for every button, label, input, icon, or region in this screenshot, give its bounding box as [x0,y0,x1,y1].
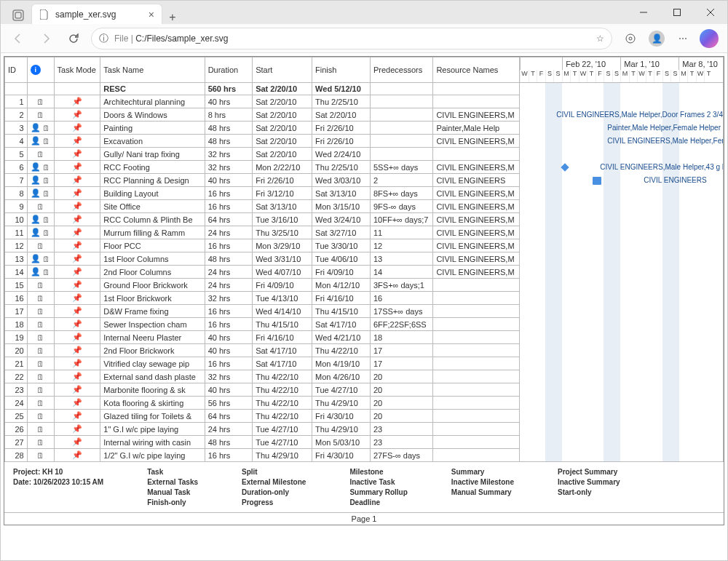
row-finish[interactable]: Thu 2/25/10 [312,161,371,174]
row-pred[interactable]: 12 [370,239,432,252]
row-info[interactable]: 🗓 [27,305,54,318]
row-dur[interactable]: 16 hrs [205,305,253,318]
row-finish[interactable]: Thu 4/29/10 [312,397,371,410]
row-start[interactable]: Fri 2/26/10 [253,174,312,187]
row-info[interactable]: 👤🗓 [27,266,54,279]
row-mode[interactable]: 📌 [54,135,100,148]
row-finish[interactable]: Sat 3/13/10 [312,187,371,200]
row-finish[interactable]: Thu 4/29/10 [312,423,371,436]
row-finish[interactable]: Fri 4/09/10 [312,266,371,279]
refresh-button[interactable] [63,28,84,49]
row-res[interactable]: CIVIL ENGINEERS [433,174,520,187]
row-res[interactable] [433,436,520,449]
extensions-icon[interactable] [620,28,641,49]
row-mode[interactable]: 📌 [54,305,100,318]
row-pred[interactable]: 9FS-∞ days [370,200,432,213]
row-dur[interactable]: 48 hrs [205,436,253,449]
row-mode[interactable]: 📌 [54,370,100,383]
row-res[interactable]: CIVIL ENGINEERS,M [433,200,520,213]
row-dur[interactable]: 40 hrs [205,344,253,357]
header-id[interactable]: ID [5,57,28,83]
row-mode[interactable]: 📌 [54,252,100,266]
row-id[interactable]: 6 [5,161,28,174]
row-start[interactable]: Sat 2/20/10 [253,122,312,135]
row-info[interactable]: 🗓 [27,397,54,410]
row-id[interactable]: 12 [5,239,28,252]
row-res[interactable] [433,148,520,161]
row-start[interactable]: Tue 4/27/10 [253,436,312,449]
row-name[interactable]: 2nd Floor Columns [100,266,205,279]
row-finish[interactable]: Sat 2/20/10 [312,108,371,122]
row-dur[interactable]: 40 hrs [205,331,253,344]
row-name[interactable]: Floor PCC [100,239,205,252]
row-info[interactable]: 🗓 [27,318,54,331]
row-res[interactable]: CIVIL ENGINEERS,M [433,252,520,266]
row-pred[interactable]: 6FF;22SF;6SS [370,318,432,331]
row-start[interactable]: Thu 4/29/10 [253,449,312,462]
row-mode[interactable]: 📌 [54,108,100,122]
row-dur[interactable]: 16 hrs [205,200,253,213]
row-id[interactable]: 25 [5,410,28,423]
row-pred[interactable]: 23 [370,423,432,436]
row-pred[interactable] [370,135,432,148]
row-id[interactable]: 1 [5,95,28,108]
row-res[interactable] [433,370,520,383]
more-icon[interactable]: ⋯ [672,28,694,49]
row-id[interactable]: 8 [5,187,28,200]
row-info[interactable]: 🗓 [27,423,54,436]
row-pred[interactable]: 20 [370,370,432,383]
row-res[interactable] [433,292,520,305]
row-finish[interactable]: Mon 3/15/10 [312,200,371,213]
row-mode[interactable]: 📌 [54,423,100,436]
row-dur[interactable]: 24 hrs [205,423,253,436]
summary-finish[interactable]: Wed 5/12/10 [312,83,371,95]
row-start[interactable]: Mon 2/22/10 [253,161,312,174]
row-mode[interactable]: 📌 [54,266,100,279]
row-id[interactable]: 22 [5,370,28,383]
gantt-area[interactable]: CIVIL ENGINEERS,Male Helper,Door Frames … [520,83,724,462]
row-start[interactable]: Tue 4/13/10 [253,292,312,305]
row-dur[interactable]: 48 hrs [205,135,253,148]
row-start[interactable]: Thu 4/22/10 [253,370,312,383]
row-dur[interactable]: 16 hrs [205,357,253,370]
row-finish[interactable]: Fri 4/16/10 [312,292,371,305]
row-start[interactable]: Sat 3/13/10 [253,200,312,213]
row-dur[interactable]: 64 hrs [205,213,253,226]
row-mode[interactable]: 📌 [54,344,100,357]
row-res[interactable] [433,449,520,462]
row-name[interactable]: Building Layout [100,187,205,200]
row-finish[interactable]: Thu 4/15/10 [312,305,371,318]
row-info[interactable]: 🗓 [27,200,54,213]
row-name[interactable]: Gully/ Nani trap fixing [100,148,205,161]
row-name[interactable]: Vitrified clay sewage pip [100,357,205,370]
row-finish[interactable]: Wed 3/03/10 [312,174,371,187]
row-dur[interactable]: 32 hrs [205,161,253,174]
new-tab-button[interactable]: + [162,11,183,24]
row-info[interactable]: 🗓 [27,239,54,252]
row-pred[interactable]: 8FS+∞ days [370,187,432,200]
profile-icon[interactable]: 👤 [646,28,668,49]
row-dur[interactable]: 16 hrs [205,318,253,331]
row-start[interactable]: Fri 3/12/10 [253,187,312,200]
row-pred[interactable]: 5SS+∞ days [370,161,432,174]
row-pred[interactable] [370,95,432,108]
header-info[interactable]: i [27,57,54,83]
row-name[interactable]: 1st Floor Columns [100,252,205,266]
row-mode[interactable]: 📌 [54,226,100,239]
row-res[interactable]: CIVIL ENGINEERS,M [433,226,520,239]
row-res[interactable] [433,410,520,423]
row-name[interactable]: 1/2" G.I w/c pipe laying [100,449,205,462]
row-id[interactable]: 20 [5,344,28,357]
row-mode[interactable]: 📌 [54,410,100,423]
row-finish[interactable]: Thu 2/25/10 [312,95,371,108]
row-id[interactable]: 24 [5,397,28,410]
row-name[interactable]: 2nd Floor Brickwork [100,344,205,357]
row-res[interactable] [433,95,520,108]
favorite-icon[interactable]: ☆ [596,33,604,44]
row-dur[interactable]: 32 hrs [205,148,253,161]
row-pred[interactable]: 11 [370,226,432,239]
row-pred[interactable] [370,108,432,122]
row-mode[interactable]: 📌 [54,292,100,305]
row-dur[interactable]: 48 hrs [205,252,253,266]
header-pred[interactable]: Predecessors [370,57,432,83]
